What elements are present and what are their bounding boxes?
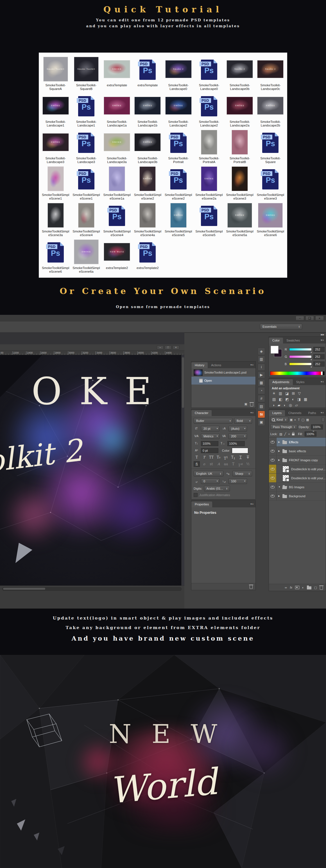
file-item[interactable]: SmokeToolkit-PortraitB [225, 128, 255, 164]
visibility-cell[interactable] [269, 456, 276, 464]
tab-history[interactable]: History [191, 362, 208, 368]
file-item[interactable]: SMOKESmokeToolkitSimpleScene2 [132, 164, 163, 201]
file-item[interactable]: PsPSDSmokeToolkit-Square [255, 128, 286, 164]
file-item[interactable]: SMOKESmokeToolkitSimpleScene2a [194, 164, 224, 201]
tab-styles[interactable]: Styles [293, 379, 308, 385]
file-item[interactable]: SMOKESmokeToolkit-Landscape1b [132, 91, 163, 128]
visibility-cell[interactable] [269, 474, 276, 482]
text-color-swatch[interactable] [232, 448, 248, 454]
visibility-cell[interactable] [269, 438, 276, 446]
file-item[interactable]: Smoke ToolkitSmokeToolkit-SquareA [40, 55, 71, 91]
channel-slider[interactable] [289, 355, 312, 358]
type-layers-icon[interactable]: T [298, 418, 300, 422]
eye-icon[interactable] [271, 468, 274, 470]
notes-icon[interactable]: ▤ [258, 403, 265, 410]
visibility-cell[interactable] [269, 447, 276, 455]
file-item[interactable]: Smoke 2SmokeToolkit-Landscape0b [225, 55, 255, 91]
file-item[interactable]: PsPSDSmokeToolkitSimpleScene6 [40, 237, 71, 274]
visibility-cell[interactable] [269, 483, 276, 491]
filter-toggle[interactable] [322, 417, 324, 422]
file-item[interactable]: Smoke 2SmokeToolkit-Landscape0 [163, 55, 194, 91]
lock-transparency-icon[interactable]: ▨ [279, 432, 282, 436]
exposure-icon[interactable]: ⊞ [292, 391, 295, 396]
digits-dropdown[interactable]: Arabic (01... [204, 486, 230, 491]
file-item[interactable]: PsPSDSmokeToolkitSimpleScene3 [255, 164, 286, 201]
layer-filter-kind-dropdown[interactable]: Kind [270, 417, 288, 423]
vertical-scroll-thumb[interactable] [182, 357, 184, 408]
panel-menu-icon[interactable]: ▾≡ [321, 411, 324, 414]
link-layers-icon[interactable]: ∞ [285, 586, 287, 589]
shape-layers-icon[interactable]: ▢ [301, 418, 304, 422]
file-item[interactable]: PsPSDSmokeToolkit-Portrait [163, 128, 194, 164]
horizontal-scrollbar[interactable] [2, 587, 182, 591]
blend-mode-dropdown[interactable]: Pass Through [270, 424, 297, 430]
doc-maximize-icon[interactable]: □ [165, 345, 171, 349]
file-item[interactable]: PsPSDextraTemplate2 [132, 237, 163, 274]
collapse-arrow-icon[interactable]: ▼ [278, 486, 281, 488]
file-item[interactable]: PsPSDSmokeToolkitSimpleScene1 [71, 164, 101, 201]
tab-swatches[interactable]: Swatches [283, 338, 303, 343]
stylistic-alternates-toggle[interactable]: A [216, 461, 222, 467]
file-item[interactable]: SmokeToolkitSimpleScene3 [225, 164, 255, 201]
file-item[interactable]: SMOKESmokeToolkit-Landscape3a [102, 128, 132, 164]
strikethrough-toggle[interactable]: T [245, 455, 251, 460]
file-item[interactable]: PsPSDSmokeToolkitSimpleScene2 [163, 164, 194, 201]
tab-paths[interactable]: Paths [305, 410, 320, 416]
discretionary-ligatures-toggle[interactable]: st [208, 461, 215, 467]
layer-row[interactable]: ▶Effects [269, 438, 326, 447]
delete-state-icon[interactable] [250, 403, 253, 406]
mini-bridge-icon[interactable]: ▦ [258, 379, 265, 386]
layer-row[interactable]: ▶FRONT Images copy [269, 456, 326, 465]
file-item[interactable]: PsPSDSmokeToolkitSimpleScene5 [194, 201, 224, 237]
levels-icon[interactable]: ▥ [279, 391, 282, 396]
navigator-icon[interactable]: ◈ [258, 348, 265, 355]
expand-arrow-icon[interactable]: ▶ [278, 441, 281, 443]
eye-icon[interactable] [271, 477, 274, 479]
panel-menu-icon[interactable]: ▾≡ [251, 411, 254, 414]
tab-adjustments[interactable]: Adjustments [269, 379, 293, 385]
superscript-toggle[interactable]: T1 [223, 455, 229, 460]
tab-actions[interactable]: Actions [208, 362, 225, 368]
expand-arrow-icon[interactable]: ▶ [278, 495, 281, 497]
invert-icon[interactable]: ◑ [272, 403, 274, 407]
visibility-cell[interactable] [269, 465, 276, 473]
adjustment-layers-icon[interactable]: ◐ [294, 418, 296, 422]
file-item[interactable]: SMOKESmokeToolkitSimpleScene5 [163, 201, 194, 237]
layer-row[interactable]: ▶basic effects [269, 447, 326, 456]
font-style-dropdown[interactable]: Bold▾ [234, 418, 252, 424]
layer-style-icon[interactable]: fx [290, 586, 292, 589]
file-item[interactable]: SMOKESmokeToolkit-Landscape1 [40, 91, 71, 128]
lock-pixels-icon[interactable]: ╱ [284, 432, 286, 436]
tab-color[interactable]: Color [269, 338, 283, 343]
layer-row[interactable]: Doubleclick to edit your... [269, 474, 326, 483]
color-balance-icon[interactable]: ◧ [279, 397, 282, 401]
subscript-toggle[interactable]: T1 [230, 455, 236, 460]
opacity-field[interactable]: 100% ▾ [311, 425, 323, 430]
file-item[interactable]: SMOKESmokeToolkitSimpleScene5a [225, 201, 255, 237]
info-icon[interactable]: i [258, 364, 265, 371]
pixel-layers-icon[interactable]: ▣ [290, 418, 293, 422]
language-dropdown[interactable]: English: UK [194, 471, 223, 476]
file-item[interactable]: SmokeToolkitSimpleScene4 [71, 201, 101, 237]
ornaments-toggle[interactable]: T [230, 461, 236, 467]
file-item[interactable]: PsPSDSmokeToolkitSimpleScene4 [102, 201, 132, 237]
arabic-spacing-dropdown[interactable]: 0▾ [201, 478, 220, 484]
brightness-contrast-icon[interactable]: ☀ [272, 391, 276, 396]
file-item[interactable]: Smoke ToolkitSmokeToolkit-SquareB [71, 55, 101, 91]
file-item[interactable]: PsPSDextraTemplate [132, 55, 163, 91]
eye-icon[interactable] [271, 459, 274, 462]
file-item[interactable]: SmokeToolkitSimpleScene1a [102, 164, 132, 201]
threshold-icon[interactable]: ◗ [284, 403, 286, 407]
document-viewport[interactable]: OKE olkit 2 [0, 355, 181, 586]
delete-icon[interactable] [250, 586, 253, 589]
tab-properties[interactable]: Properties [191, 501, 212, 507]
adjustment-menu-icon[interactable]: ◐ [302, 586, 304, 589]
channel-value-field[interactable]: 252 [313, 347, 325, 352]
actions-icon[interactable]: ▶ [258, 371, 265, 379]
leading-dropdown[interactable]: (Auto)▾ [228, 426, 247, 431]
file-item[interactable]: PsPSDSmokeToolkit-Landscape2 [194, 91, 224, 128]
file-item[interactable]: PsPSDSmokeToolkit-Landscape3 [71, 128, 101, 164]
doc-close-icon[interactable]: × [172, 345, 179, 349]
file-item[interactable]: Smoke 2SmokeToolkit-Landscape0c [255, 55, 286, 91]
antialias-dropdown[interactable]: Sharp [232, 471, 252, 476]
